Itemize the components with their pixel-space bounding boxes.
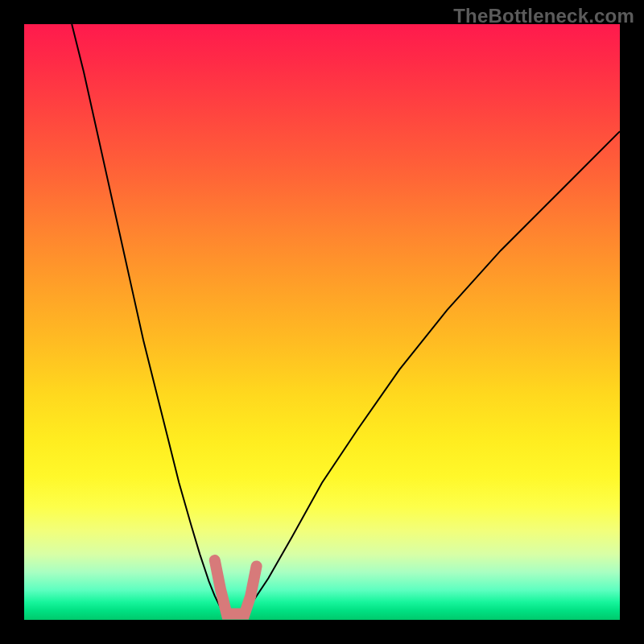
curve-right-branch (238, 131, 620, 617)
curve-left-branch (72, 24, 226, 617)
curve-layer (24, 24, 620, 620)
minimum-marker (215, 560, 257, 614)
chart-frame: TheBottleneck.com (0, 0, 644, 644)
plot-area (24, 24, 620, 620)
